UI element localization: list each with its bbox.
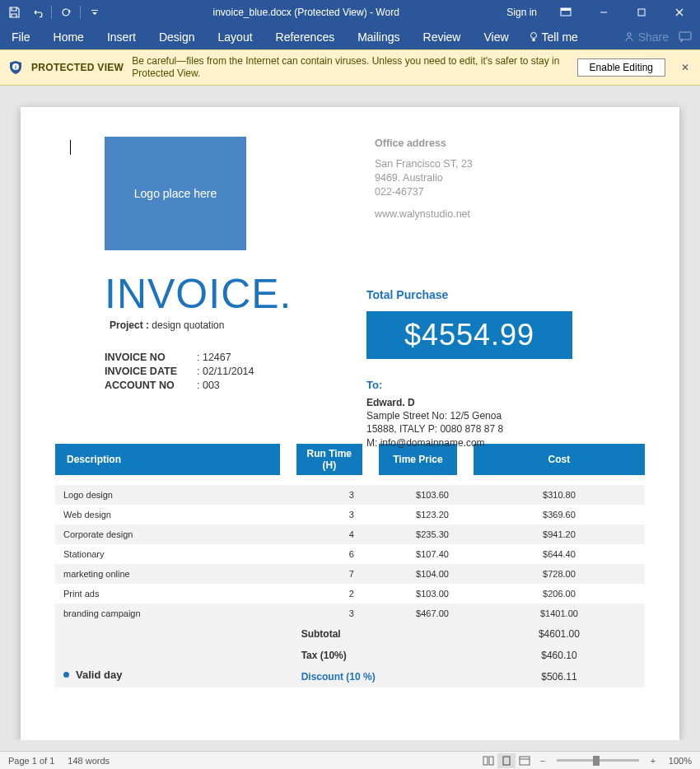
- office-address: Office address San Francisco ST, 23 9469…: [375, 137, 473, 250]
- bullet-icon: [63, 672, 69, 678]
- invoice-details: INVOICE NO: 12467 INVOICE DATE: 02/11/20…: [105, 351, 254, 393]
- col-description: Description: [55, 444, 280, 475]
- redo-icon[interactable]: [55, 3, 77, 21]
- table-row: marketing online7$104.00$728.00: [55, 564, 645, 584]
- tab-layout[interactable]: Layout: [207, 25, 264, 49]
- undo-icon[interactable]: [26, 3, 48, 21]
- web-layout-icon[interactable]: [516, 753, 534, 768]
- close-button[interactable]: [662, 0, 697, 25]
- tab-review[interactable]: Review: [412, 25, 473, 49]
- col-runtime: Run Time (H): [296, 444, 362, 475]
- share-button[interactable]: Share: [623, 30, 669, 44]
- line-items-table-wrap: Description Run Time (H) Time Price Cost…: [55, 444, 645, 687]
- tab-view[interactable]: View: [472, 25, 520, 49]
- maximize-button[interactable]: [624, 0, 659, 25]
- total-purchase-value: $4554.99: [366, 311, 572, 359]
- zoom-level[interactable]: 100%: [669, 756, 692, 766]
- enable-editing-button[interactable]: Enable Editing: [577, 58, 665, 77]
- svg-rect-4: [638, 9, 645, 16]
- svg-rect-10: [679, 32, 691, 40]
- tab-home[interactable]: Home: [42, 25, 96, 49]
- page-count[interactable]: Page 1 of 1: [8, 756, 54, 766]
- minimize-button[interactable]: [586, 0, 621, 25]
- table-row: Corporate design4$235.30$941.20: [55, 524, 645, 544]
- status-bar: Page 1 of 1 148 words − + 100%: [0, 751, 700, 769]
- tab-insert[interactable]: Insert: [96, 25, 147, 49]
- bulb-icon: [529, 31, 539, 43]
- logo-placeholder: Logo place here: [105, 137, 246, 250]
- table-row: branding campaign3$467.00$1401.00: [55, 604, 645, 623]
- svg-rect-2: [561, 8, 571, 11]
- title-bar: invoice_blue.docx (Protected View) - Wor…: [0, 0, 700, 25]
- total-row: Tax (10%)$460.10: [55, 645, 645, 666]
- svg-point-0: [63, 9, 69, 16]
- valid-day: Valid day: [63, 669, 122, 681]
- svg-rect-14: [489, 757, 493, 765]
- read-mode-icon[interactable]: [479, 753, 497, 768]
- protected-view-bar: i PROTECTED VIEW Be careful—files from t…: [0, 49, 700, 86]
- window-title: invoice_blue.docx (Protected View) - Wor…: [105, 7, 506, 18]
- table-row: Stationary6$107.40$644.40: [55, 544, 645, 564]
- zoom-out-button[interactable]: −: [534, 753, 552, 768]
- customize-qat-icon[interactable]: [84, 3, 105, 21]
- total-purchase-block: Total Purchase $4554.99: [366, 288, 622, 359]
- signin-link[interactable]: Sign in: [506, 7, 537, 18]
- save-icon[interactable]: [3, 3, 25, 21]
- tab-references[interactable]: References: [264, 25, 347, 49]
- protected-view-title: PROTECTED VIEW: [31, 62, 124, 73]
- table-row: Logo design3$103.60$310.80: [55, 485, 645, 505]
- svg-rect-16: [520, 757, 530, 765]
- tell-me[interactable]: Tell me: [529, 30, 578, 44]
- zoom-slider[interactable]: [557, 759, 639, 762]
- shield-icon: i: [8, 60, 23, 75]
- text-cursor: [70, 140, 71, 155]
- print-layout-icon[interactable]: [497, 753, 516, 768]
- page: Logo place here Office address San Franc…: [21, 107, 679, 740]
- document-area[interactable]: Logo place here Office address San Franc…: [0, 86, 700, 740]
- svg-point-7: [530, 33, 536, 39]
- svg-rect-15: [503, 757, 510, 765]
- svg-rect-8: [532, 39, 534, 41]
- tab-file[interactable]: File: [0, 25, 42, 49]
- comments-icon[interactable]: [679, 31, 692, 43]
- zoom-in-button[interactable]: +: [644, 753, 662, 768]
- quick-access-toolbar: [0, 3, 105, 21]
- svg-point-9: [627, 33, 630, 36]
- tab-design[interactable]: Design: [147, 25, 207, 49]
- tab-mailings[interactable]: Mailings: [346, 25, 411, 49]
- table-row: Print ads2$103.00$206.00: [55, 584, 645, 604]
- svg-text:i: i: [15, 64, 16, 70]
- protected-view-message: Be careful—files from the Internet can c…: [132, 55, 568, 80]
- total-row: Discount (10 %)$506.11: [55, 666, 645, 687]
- ribbon-display-options-icon[interactable]: [548, 0, 583, 25]
- line-items-table: Description Run Time (H) Time Price Cost…: [55, 444, 645, 687]
- recipient-block: To: Edward. D Sample Street No: 12/5 Gen…: [366, 379, 638, 450]
- word-count[interactable]: 148 words: [68, 756, 110, 766]
- svg-rect-13: [483, 757, 488, 765]
- close-bar-icon[interactable]: ✕: [679, 62, 692, 73]
- ribbon-tabs: File Home Insert Design Layout Reference…: [0, 25, 700, 49]
- table-row: Web design3$123.20$369.60: [55, 505, 645, 524]
- total-row: Subtotal$4601.00: [55, 623, 645, 645]
